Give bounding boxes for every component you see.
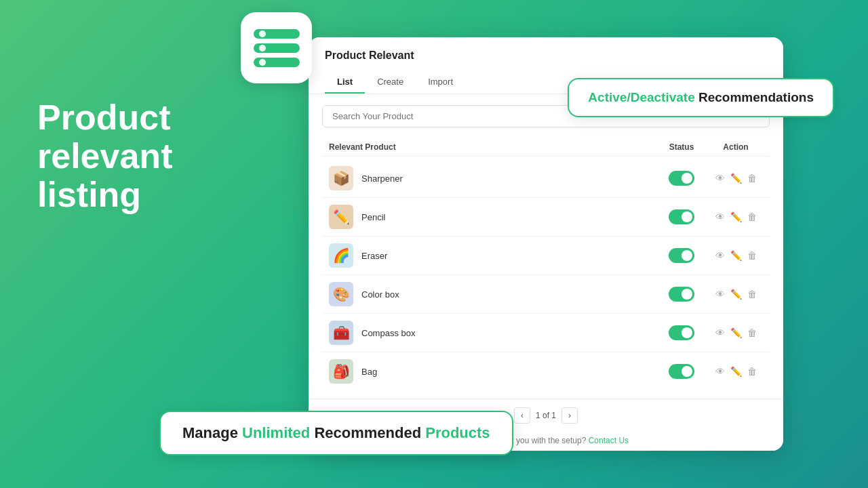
product-img: 🎨 — [329, 282, 353, 306]
table-row: 🧰 Compass box 👁 ✏️ 🗑 — [322, 314, 770, 352]
product-toggle[interactable] — [669, 248, 694, 263]
pagination-prev[interactable]: ‹ — [514, 407, 530, 424]
action-wrap: 👁 ✏️ 🗑 — [709, 250, 763, 261]
table-row: ✏️ Pencil 👁 ✏️ 🗑 — [322, 198, 770, 237]
toggle-wrap — [654, 248, 709, 263]
pagination-info: 1 of 1 — [536, 411, 556, 420]
product-img: 🌈 — [329, 243, 353, 268]
delete-icon[interactable]: 🗑 — [747, 173, 757, 184]
view-icon[interactable]: 👁 — [715, 250, 725, 261]
edit-icon[interactable]: ✏️ — [730, 327, 742, 338]
col-header-status: Status — [654, 142, 709, 152]
product-name: Eraser — [361, 251, 654, 261]
product-toggle[interactable] — [669, 325, 694, 340]
callout-top-bold: Recommendations — [695, 90, 814, 104]
manage-products-callout: Manage Unlimited Recommended Products — [159, 411, 513, 455]
view-icon[interactable]: 👁 — [715, 173, 725, 184]
action-wrap: 👁 ✏️ 🗑 — [709, 211, 763, 222]
product-toggle[interactable] — [669, 209, 694, 224]
tab-create[interactable]: Create — [365, 71, 416, 94]
icon-bar-3 — [254, 58, 300, 67]
tab-import[interactable]: Import — [416, 71, 465, 94]
callout-bottom-unlimited: Unlimited — [242, 424, 310, 441]
view-icon[interactable]: 👁 — [715, 327, 725, 338]
toggle-wrap — [654, 364, 709, 379]
callout-bottom-recommended: Recommended — [310, 424, 425, 441]
table-header: Relevant Product Status Action — [322, 138, 770, 157]
view-icon[interactable]: 👁 — [715, 289, 725, 300]
product-name: Pencil — [361, 212, 654, 222]
action-wrap: 👁 ✏️ 🗑 — [709, 289, 763, 300]
action-wrap: 👁 ✏️ 🗑 — [709, 173, 763, 184]
product-name: Color box — [361, 289, 654, 300]
table-row: 🎨 Color box 👁 ✏️ 🗑 — [322, 275, 770, 314]
hero-line1: Product — [37, 98, 172, 137]
product-name: Bag — [361, 367, 654, 377]
table-row: 🎒 Bag 👁 ✏️ 🗑 — [322, 352, 770, 390]
view-icon[interactable]: 👁 — [715, 211, 725, 222]
contact-us-link[interactable]: Contact Us — [589, 436, 629, 445]
delete-icon[interactable]: 🗑 — [747, 366, 757, 377]
app-icon — [241, 12, 312, 83]
active-deactivate-callout: Active/Deactivate Recommendations — [568, 78, 834, 117]
pagination-next[interactable]: › — [561, 407, 578, 424]
product-name: Compass box — [361, 328, 654, 338]
edit-icon[interactable]: ✏️ — [730, 289, 742, 300]
col-header-product: Relevant Product — [329, 142, 654, 152]
toggle-wrap — [654, 325, 709, 340]
product-toggle[interactable] — [669, 287, 694, 302]
product-list: 📦 Sharpener 👁 ✏️ 🗑 ✏️ Pencil 👁 ✏️ 🗑 🌈 — [322, 159, 770, 390]
table-row: 📦 Sharpener 👁 ✏️ 🗑 — [322, 159, 770, 198]
delete-icon[interactable]: 🗑 — [747, 289, 757, 300]
view-icon[interactable]: 👁 — [715, 366, 725, 377]
table-row: 🌈 Eraser 👁 ✏️ 🗑 — [322, 237, 770, 275]
product-img: 📦 — [329, 166, 353, 190]
delete-icon[interactable]: 🗑 — [747, 211, 757, 222]
panel-body: Relevant Product Status Action 📦 Sharpen… — [309, 94, 783, 451]
toggle-wrap — [654, 287, 709, 302]
edit-icon[interactable]: ✏️ — [730, 173, 742, 184]
col-header-action: Action — [709, 142, 763, 152]
product-img: 🧰 — [329, 321, 353, 345]
callout-bottom-products: Products — [425, 424, 490, 441]
product-img: 🎒 — [329, 359, 353, 384]
delete-icon[interactable]: 🗑 — [747, 250, 757, 261]
toggle-wrap — [654, 209, 709, 224]
tab-list[interactable]: List — [325, 71, 365, 94]
action-wrap: 👁 ✏️ 🗑 — [709, 327, 763, 338]
edit-icon[interactable]: ✏️ — [730, 366, 742, 377]
callout-top-green: Active/Deactivate — [588, 90, 694, 104]
hero-text: Product relevant listing — [37, 98, 172, 215]
icon-bar-1 — [254, 29, 300, 39]
hero-line3: listing — [37, 176, 172, 214]
icon-bar-2 — [254, 43, 300, 53]
delete-icon[interactable]: 🗑 — [747, 327, 757, 338]
toggle-wrap — [654, 171, 709, 186]
panel-title: Product Relevant — [325, 49, 767, 62]
product-toggle[interactable] — [669, 171, 694, 186]
product-toggle[interactable] — [669, 364, 694, 379]
edit-icon[interactable]: ✏️ — [730, 250, 742, 261]
edit-icon[interactable]: ✏️ — [730, 211, 742, 222]
callout-bottom-manage: Manage — [182, 424, 242, 441]
hero-line2: relevant — [37, 137, 172, 176]
action-wrap: 👁 ✏️ 🗑 — [709, 366, 763, 377]
product-name: Sharpener — [361, 174, 654, 184]
product-img: ✏️ — [329, 205, 353, 229]
